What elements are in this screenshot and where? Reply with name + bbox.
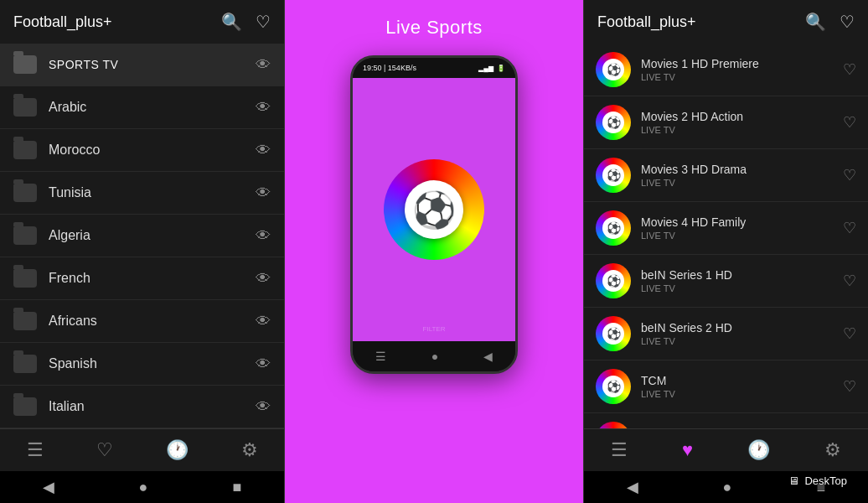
channel-name-morocco: Morocco xyxy=(49,143,256,158)
channel-title-bein2: beIN Series 2 HD xyxy=(641,321,843,334)
right-nav-heart-icon[interactable]: ♥ xyxy=(682,439,693,461)
folder-icon-tunisia xyxy=(13,184,37,202)
channel-info-movies1: Movies 1 HD Premiere LIVE TV xyxy=(641,57,843,82)
right-heart-icon[interactable]: ♡ xyxy=(840,12,855,32)
channel-item-africans[interactable]: Africans 👁 xyxy=(0,300,284,343)
channel-title-bein1: beIN Series 1 HD xyxy=(641,268,843,282)
folder-icon-french xyxy=(13,269,37,288)
left-search-icon[interactable]: 🔍 xyxy=(221,12,242,32)
channel-title-movies4: Movies 4 HD Family xyxy=(641,215,843,229)
right-menu-icon[interactable]: ☰ xyxy=(611,439,628,461)
channel-logo-inner-movies2: ⚽ xyxy=(602,111,624,133)
left-home-btn[interactable]: ● xyxy=(139,479,148,496)
channel-logo-amc: ⚽ xyxy=(596,422,631,428)
channel-logo-inner-movies1: ⚽ xyxy=(602,59,624,80)
desktop-watermark: 🖥 DeskTop xyxy=(780,471,855,490)
soccer-ball: ⚽ xyxy=(405,180,463,239)
left-settings-icon[interactable]: ⚙ xyxy=(241,439,258,461)
folder-icon-africans xyxy=(13,312,37,330)
left-menu-icon[interactable]: ☰ xyxy=(27,439,44,461)
channel-subtitle-movies1: LIVE TV xyxy=(641,72,843,82)
channel-subtitle-movies2: LIVE TV xyxy=(641,125,843,135)
channel-subtitle-movies3: LIVE TV xyxy=(641,178,843,188)
left-title: Football_plus+ xyxy=(13,13,112,31)
right-header-icons: 🔍 ♡ xyxy=(805,12,855,32)
phone-back-btn[interactable]: ◀ xyxy=(483,350,493,363)
folder-icon-morocco xyxy=(13,141,37,159)
right-back-btn[interactable]: ◀ xyxy=(627,478,638,496)
channel-logo-inner-movies4: ⚽ xyxy=(602,217,624,239)
folder-icon-arabic xyxy=(13,98,37,117)
channel-item-morocco[interactable]: Morocco 👁 xyxy=(0,129,284,172)
channel-logo-inner-bein2: ⚽ xyxy=(602,323,624,345)
phone-home-btn[interactable]: ● xyxy=(431,350,438,363)
eye-icon-morocco[interactable]: 👁 xyxy=(256,142,271,159)
left-channel-list: SPORTS TV 👁 Arabic 👁 Morocco 👁 Tunisia 👁… xyxy=(0,44,284,428)
eye-icon-italian[interactable]: 👁 xyxy=(256,398,271,416)
heart-bein2[interactable]: ♡ xyxy=(843,324,856,343)
channel-item-movies4[interactable]: ⚽ Movies 4 HD Family LIVE TV ♡ xyxy=(584,202,868,255)
phone-screen: ⚽ FILTER xyxy=(353,78,515,341)
left-nav-bar: ◀ ● ■ xyxy=(0,471,284,503)
eye-icon-tunisia[interactable]: 👁 xyxy=(256,184,271,202)
channel-item-tunisia[interactable]: Tunisia 👁 xyxy=(0,172,284,215)
heart-movies3[interactable]: ♡ xyxy=(843,166,856,184)
channel-logo-movies3: ⚽ xyxy=(596,158,631,193)
channel-logo-bein2: ⚽ xyxy=(596,316,631,351)
channel-item-arabic[interactable]: Arabic 👁 xyxy=(0,86,284,129)
channel-item-movies3[interactable]: ⚽ Movies 3 HD Drama LIVE TV ♡ xyxy=(584,149,868,202)
channel-info-bein1: beIN Series 1 HD LIVE TV xyxy=(641,268,843,293)
channel-name-french: French xyxy=(49,271,256,286)
channel-logo-movies2: ⚽ xyxy=(596,105,631,140)
channel-item-tcm[interactable]: ⚽ TCM LIVE TV ♡ xyxy=(584,360,868,413)
eye-icon-algeria[interactable]: 👁 xyxy=(256,227,271,245)
eye-icon-arabic[interactable]: 👁 xyxy=(256,99,271,117)
channel-item-movies2[interactable]: ⚽ Movies 2 HD Action LIVE TV ♡ xyxy=(584,96,868,149)
phone-bottom-nav: ☰ ● ◀ xyxy=(353,341,515,371)
watermark-icon: 🖥 xyxy=(788,474,799,487)
right-settings-icon[interactable]: ⚙ xyxy=(824,439,841,461)
channel-item-bein1[interactable]: ⚽ beIN Series 1 HD LIVE TV ♡ xyxy=(584,255,868,308)
channel-info-movies3: Movies 3 HD Drama LIVE TV xyxy=(641,163,843,188)
channel-name-tunisia: Tunisia xyxy=(49,185,256,200)
channel-logo-inner-bein1: ⚽ xyxy=(602,270,624,292)
phone-menu-btn[interactable]: ☰ xyxy=(375,350,386,363)
heart-movies4[interactable]: ♡ xyxy=(843,219,856,237)
eye-icon-french[interactable]: 👁 xyxy=(256,270,271,288)
left-history-icon[interactable]: 🕐 xyxy=(166,439,189,461)
heart-bein1[interactable]: ♡ xyxy=(843,272,856,290)
channel-subtitle-bein2: LIVE TV xyxy=(641,336,843,346)
right-bottom-nav: ☰ ♥ 🕐 ⚙ xyxy=(584,428,868,471)
live-sports-title: Live Sports xyxy=(385,17,483,39)
left-square-btn[interactable]: ■ xyxy=(233,479,242,496)
channel-item-french[interactable]: French 👁 xyxy=(0,257,284,300)
channel-item-bein2[interactable]: ⚽ beIN Series 2 HD LIVE TV ♡ xyxy=(584,308,868,360)
channel-item-algeria[interactable]: Algeria 👁 xyxy=(0,215,284,257)
right-history-icon[interactable]: 🕐 xyxy=(747,439,770,461)
left-back-btn[interactable]: ◀ xyxy=(43,478,54,496)
heart-movies2[interactable]: ♡ xyxy=(843,113,856,132)
left-nav-heart-icon[interactable]: ♡ xyxy=(96,439,113,461)
channel-item-spanish[interactable]: Spanish 👁 xyxy=(0,343,284,386)
channel-item-italian[interactable]: Italian 👁 xyxy=(0,386,284,428)
heart-movies1[interactable]: ♡ xyxy=(843,60,856,79)
heart-tcm[interactable]: ♡ xyxy=(843,377,856,396)
channel-item-sports-tv[interactable]: SPORTS TV 👁 xyxy=(0,44,284,86)
channel-name-africans: Africans xyxy=(49,314,256,329)
channel-logo-bein1: ⚽ xyxy=(596,263,631,298)
channel-logo-movies4: ⚽ xyxy=(596,210,631,246)
center-panel: Live Sports 19:50 | 154KB/s ▂▄▆ 🔋 ⚽ FILT… xyxy=(285,0,583,503)
eye-icon-sports-tv[interactable]: 👁 xyxy=(256,56,271,74)
left-bottom-nav: ☰ ♡ 🕐 ⚙ xyxy=(0,428,284,471)
channel-title-movies1: Movies 1 HD Premiere xyxy=(641,57,843,70)
right-title: Football_plus+ xyxy=(597,13,696,31)
right-home-btn[interactable]: ● xyxy=(723,479,732,496)
channel-item-amc[interactable]: ⚽ AMC HD LIVE TV ♡ xyxy=(584,413,868,428)
channel-item-movies1[interactable]: ⚽ Movies 1 HD Premiere LIVE TV ♡ xyxy=(584,44,868,96)
eye-icon-spanish[interactable]: 👁 xyxy=(256,355,271,373)
right-search-icon[interactable]: 🔍 xyxy=(805,12,826,32)
channel-title-movies2: Movies 2 HD Action xyxy=(641,110,843,123)
channel-subtitle-bein1: LIVE TV xyxy=(641,283,843,293)
eye-icon-africans[interactable]: 👁 xyxy=(256,313,271,330)
left-heart-icon[interactable]: ♡ xyxy=(256,12,271,32)
